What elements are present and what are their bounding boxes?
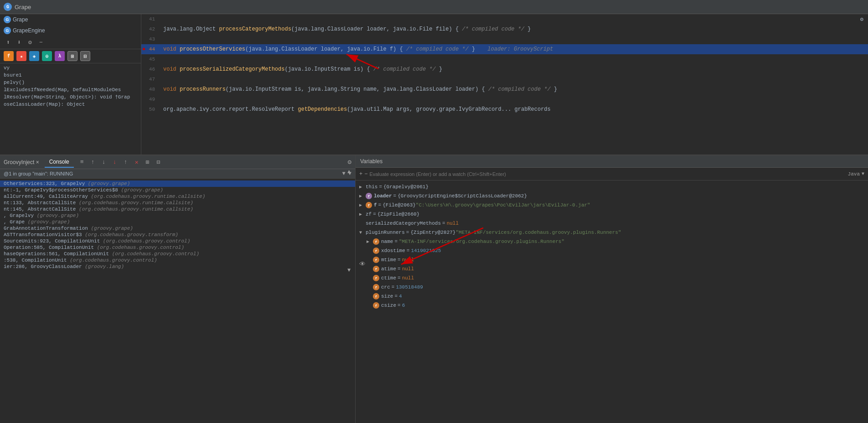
groovyinject-label: GroovyInject × [4,159,39,165]
var-size[interactable]: ▶ f size = 4 [356,292,868,301]
plugin-icon-5[interactable]: λ [55,51,65,61]
var-zf[interactable]: ▶ zf = {ZipFile@2660} [356,210,868,219]
line-content-46: void processSerializedCategoryMethods(ja… [160,66,868,72]
var-this[interactable]: ▶ this = {Grapelvy@2061} [356,182,868,191]
align-center-icon[interactable]: ⬇ [15,38,24,47]
console-export-icon[interactable]: ↑ [121,158,130,167]
grapeengine-icon: G [4,27,11,34]
grapeengine-label: GrapeEngine [13,27,45,34]
code-line-44: ● 44 void processOtherServices(java.lang… [141,44,868,54]
line-num-45: 45 [141,57,160,62]
sidebar-item-pelvy[interactable]: pelvy() [0,79,141,86]
console-up-icon[interactable]: ↑ [88,158,98,167]
stack-item-2[interactable]: allCurrent:49, CallSiteArray (org.codeha… [0,193,355,200]
console-down-icon[interactable]: ↓ [99,158,108,167]
code-line-41: 41 [141,14,868,24]
filter-icon[interactable]: ▼ [342,170,346,177]
sidebar-grapeengine-item[interactable]: G GrapeEngine [0,25,141,36]
sidebar-grape-item[interactable]: G Grape [0,14,141,25]
var-csize[interactable]: ▶ f csize = 6 [356,301,868,310]
stack-item-0[interactable]: OtherServices:323, Grapelvy (groovy.grap… [0,181,355,187]
scroll-up-arrow[interactable]: ▲ [347,169,351,175]
sidebar-item-excludes[interactable]: lExcludesIfNeeded(Map, DefaultModuleDes [0,86,141,93]
plugin-icon-6[interactable]: ⊞ [67,51,78,61]
status-bar: @1 in group "main": RUNNING ▼ ▼ [0,169,355,179]
title-bar: G Grape [0,0,868,14]
plugin-icon-4[interactable]: ⊙ [42,51,52,61]
xdostime-field-icon: f [373,248,379,254]
watch-eye-icon[interactable]: 👁 [359,261,366,268]
scroll-arrows: ▲ ▼ [347,169,351,273]
line-num-46: 46 [141,67,160,72]
add-watch-icon[interactable]: + [359,171,362,177]
var-atime[interactable]: ▶ f atime = null [356,264,868,273]
grape-icon: G [4,16,11,23]
var-list: ▶ this = {Grapelvy@2061} ▶ f loader = {G… [356,181,868,423]
console-gear-icon[interactable]: ⚙ [348,158,351,166]
var-xdostime[interactable]: ▶ f xdostime = 1419021025 [356,246,868,255]
var-scm[interactable]: ▶ serializedCategoryMethods = null [356,219,868,228]
line-num-48: 48 [141,87,160,92]
var-crc[interactable]: ▶ f crc = 130518489 [356,283,868,292]
plugin-icon-7[interactable]: ⊟ [80,51,90,61]
eval-input[interactable] [369,171,846,177]
code-lines: 41 42 java.lang.Object processCategoryMe… [141,14,868,155]
line-content-42: java.lang.Object processCategoryMethods(… [160,26,868,32]
console-format-icon[interactable]: ⊞ [143,158,152,167]
var-mtime[interactable]: ▶ f mtime = null [356,255,868,264]
line-content-48: void processRunners(java.io.InputStream … [160,86,868,93]
variables-title: Variables [360,158,382,165]
remove-watch-icon[interactable]: − [364,171,367,177]
stack-item-6[interactable]: , Grape (groovy.grape) [0,219,355,225]
var-eval-bar: + − Java ▼ [356,168,868,181]
stack-item-11[interactable]: haseOperations:561, CompilationUnit (org… [0,251,355,257]
java-label: Java [848,171,860,177]
stack-item-10[interactable]: Operation:585, CompilationUnit (org.code… [0,244,355,251]
plugin-icon-3[interactable]: ◈ [29,51,39,61]
stack-item-5[interactable]: , Grapelvy (groovy.grape) [0,212,355,219]
sidebar-item-vy[interactable]: vy [0,64,141,72]
console-list-icon[interactable]: ≡ [78,158,87,167]
console-clear-icon[interactable]: ✕ [132,158,141,167]
var-name[interactable]: ▶ f name = "META-INF/services/org.codeha… [356,237,868,246]
line-num-43: 43 [141,36,160,42]
sidebar-item-resolver[interactable]: lResolver(Map<String, Object>): void †Gr… [0,93,141,101]
plugin-icon-1[interactable]: f [4,51,14,61]
stack-item-13[interactable]: ier:286, GroovyClassLoader (groovy.lang) [0,263,355,270]
close-icon[interactable]: − [36,38,46,47]
var-ctime[interactable]: ▶ f ctime = null [356,273,868,283]
plugin-icons-row: f ★ ◈ ⊙ λ ⊞ ⊟ [0,49,141,63]
sidebar-list: vy bsure1 pelvy() lExcludesIfNeeded(Map,… [0,63,141,155]
plugin-icon-2[interactable]: ★ [16,51,26,61]
tab-console[interactable]: Console [45,157,74,168]
stack-item-7[interactable]: GrabAnnotationTransformation (groovy.gra… [0,225,355,232]
scroll-down-arrow[interactable]: ▼ [347,267,351,273]
top-section: G Grape G GrapeEngine ⬆ ⬇ ⚙ − f ★ ◈ ⊙ λ [0,14,868,155]
var-pluginRunners[interactable]: ▼ pluginRunners = {ZipEntry@2827} "META-… [356,228,868,237]
code-line-47: 47 [141,74,868,84]
stack-item-4[interactable]: nt:145, AbstractCallSite (org.codehaus.g… [0,206,355,212]
code-line-48: 48 void processRunners(java.io.InputStre… [141,84,868,94]
stack-item-1[interactable]: nt:-1, GrapeIvy$processOtherServices$8 (… [0,187,355,193]
var-loader[interactable]: ▶ f loader = {GroovyScriptEngine$ScriptC… [356,191,868,201]
variables-panel: Variables + − Java ▼ ▶ this = {Grapelvy@… [356,155,868,423]
code-editor: ⚙ 41 42 java.lang.Object processCategory… [141,14,868,155]
sidebar-item-classloader[interactable]: oseClassLoader(Map): Object [0,101,141,108]
stack-item-12[interactable]: :538, CompilationUnit (org.codehaus.groo… [0,257,355,263]
sidebar-item-bsure1[interactable]: bsure1 [0,72,141,79]
code-line-42: 42 java.lang.Object processCategoryMetho… [141,24,868,34]
var-f[interactable]: ▶ f f = {File@2063} "C:\Users\H\.groovy\… [356,201,868,210]
line-num-47: 47 [141,77,160,82]
variables-header: Variables [356,155,868,168]
java-dropdown-arrow[interactable]: ▼ [862,171,864,176]
stack-item-9[interactable]: SourceUnits:923, CompilationUnit (org.co… [0,238,355,244]
console-stop-icon[interactable]: ↓ [110,158,119,167]
settings-icon[interactable]: ⚙ [26,38,35,47]
stack-item-8[interactable]: ASTTransformationVisitor$3 (org.codehaus… [0,232,355,238]
console-tab-bar: GroovyInject × Console ≡ ↑ ↓ ↓ ↑ ✕ ⊞ ⊟ ⚙ [0,155,355,169]
editor-settings-icon[interactable]: ⚙ [860,16,863,23]
sidebar-toolbar: ⬆ ⬇ ⚙ − [0,36,141,49]
align-top-icon[interactable]: ⬆ [4,38,13,47]
stack-item-3[interactable]: nt:133, AbstractCallSite (org.codehaus.g… [0,200,355,206]
console-tree-icon[interactable]: ⊟ [154,158,163,167]
